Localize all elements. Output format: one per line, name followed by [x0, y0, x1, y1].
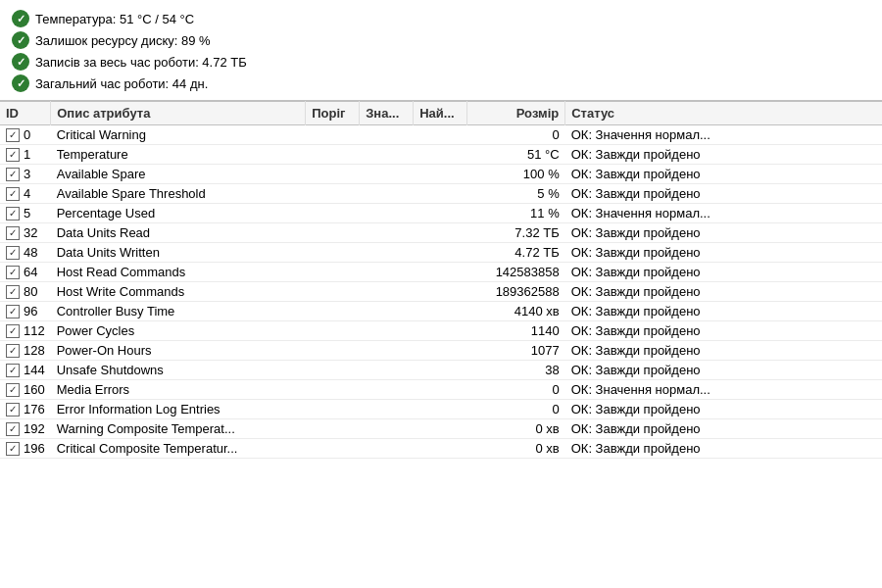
table-row[interactable]: 0Critical Warning0ОК: Значення нормал... — [0, 125, 882, 145]
table-row[interactable]: 32Data Units Read7.32 ТБОК: Завжди пройд… — [0, 223, 882, 243]
cell-status: ОК: Завжди пройдено — [565, 419, 882, 439]
cell-name: Warning Composite Temperat... — [51, 419, 306, 439]
row-checkbox[interactable] — [6, 442, 20, 456]
table-row[interactable]: 112Power Cycles1140ОК: Завжди пройдено — [0, 321, 882, 341]
table-header-row: ID Опис атрибута Поріг Зна... Най... Роз… — [0, 102, 882, 125]
table-row[interactable]: 1Temperature51 °CОК: Завжди пройдено — [0, 145, 882, 165]
table-row[interactable]: 96Controller Busy Time4140 хвОК: Завжди … — [0, 302, 882, 321]
row-id-value: 144 — [24, 363, 45, 377]
row-id-value: 128 — [24, 343, 45, 358]
cell-nai — [414, 145, 467, 165]
row-checkbox[interactable] — [6, 324, 20, 338]
status-item: Загальний час роботи: 44 дн. — [12, 73, 870, 94]
row-checkbox[interactable] — [6, 305, 20, 318]
cell-id: 112 — [0, 321, 51, 341]
row-checkbox[interactable] — [6, 148, 20, 162]
row-checkbox[interactable] — [6, 187, 20, 201]
row-id-value: 160 — [24, 382, 45, 397]
cell-por — [306, 321, 360, 341]
cell-status: ОК: Значення нормал... — [565, 125, 882, 145]
row-id-value: 192 — [24, 421, 45, 436]
table-row[interactable]: 3Available Spare100 %ОК: Завжди пройдено — [0, 165, 882, 184]
cell-zna — [360, 380, 414, 400]
cell-id: 196 — [0, 439, 51, 459]
check-icon — [12, 31, 29, 49]
row-checkbox[interactable] — [6, 403, 20, 416]
cell-por — [306, 380, 360, 400]
cell-por — [306, 223, 360, 243]
cell-status: ОК: Значення нормал... — [565, 380, 882, 400]
row-checkbox[interactable] — [6, 226, 20, 240]
cell-name: Data Units Written — [51, 243, 306, 263]
status-label: Загальний час роботи: 44 дн. — [35, 76, 208, 91]
cell-zna — [360, 419, 414, 439]
cell-por — [306, 282, 360, 302]
row-id-value: 4 — [24, 186, 30, 201]
cell-nai — [414, 302, 467, 321]
cell-name: Available Spare — [51, 165, 306, 184]
cell-status: ОК: Завжди пройдено — [565, 243, 882, 263]
cell-nai — [414, 184, 467, 204]
cell-nai — [414, 263, 467, 282]
cell-name: Data Units Read — [51, 223, 306, 243]
cell-name: Power-On Hours — [51, 341, 306, 361]
cell-nai — [414, 439, 467, 459]
cell-nai — [414, 380, 467, 400]
cell-id: 96 — [0, 302, 51, 321]
cell-id: 5 — [0, 204, 51, 223]
main-container: Температура: 51 °C / 54 °CЗалишок ресурс… — [0, 0, 882, 588]
cell-por — [306, 419, 360, 439]
table-row[interactable]: 192Warning Composite Temperat...0 хвОК: … — [0, 419, 882, 439]
row-checkbox[interactable] — [6, 128, 20, 142]
row-checkbox[interactable] — [6, 168, 20, 181]
cell-id: 4 — [0, 184, 51, 204]
header-rozmir: Розмір — [467, 102, 565, 125]
cell-zna — [360, 361, 414, 380]
table-row[interactable]: 5Percentage Used11 %ОК: Значення нормал.… — [0, 204, 882, 223]
cell-id: 48 — [0, 243, 51, 263]
cell-id: 3 — [0, 165, 51, 184]
cell-rozmir: 0 хв — [467, 419, 565, 439]
row-checkbox[interactable] — [6, 266, 20, 279]
attributes-table: ID Опис атрибута Поріг Зна... Най... Роз… — [0, 101, 882, 459]
row-id-value: 1 — [24, 147, 30, 162]
row-checkbox[interactable] — [6, 246, 20, 260]
row-checkbox[interactable] — [6, 285, 20, 299]
cell-nai — [414, 243, 467, 263]
table-row[interactable]: 64Host Read Commands142583858ОК: Завжди … — [0, 263, 882, 282]
cell-zna — [360, 243, 414, 263]
cell-por — [306, 184, 360, 204]
table-row[interactable]: 160Media Errors0ОК: Значення нормал... — [0, 380, 882, 400]
header-por: Поріг — [306, 102, 360, 125]
table-row[interactable]: 80Host Write Commands189362588ОК: Завжди… — [0, 282, 882, 302]
table-body: 0Critical Warning0ОК: Значення нормал...… — [0, 125, 882, 459]
cell-nai — [414, 125, 467, 145]
cell-name: Power Cycles — [51, 321, 306, 341]
row-id-value: 48 — [24, 245, 37, 260]
cell-rozmir: 0 — [467, 400, 565, 419]
cell-id: 176 — [0, 400, 51, 419]
cell-status: ОК: Завжди пройдено — [565, 263, 882, 282]
cell-rozmir: 142583858 — [467, 263, 565, 282]
row-checkbox[interactable] — [6, 344, 20, 358]
table-row[interactable]: 196Critical Composite Temperatur...0 хвО… — [0, 439, 882, 459]
table-row[interactable]: 176Error Information Log Entries0ОК: Зав… — [0, 400, 882, 419]
row-id-value: 196 — [24, 441, 45, 456]
table-row[interactable]: 128Power-On Hours1077ОК: Завжди пройдено — [0, 341, 882, 361]
cell-nai — [414, 419, 467, 439]
table-row[interactable]: 144Unsafe Shutdowns38ОК: Завжди пройдено — [0, 361, 882, 380]
row-checkbox[interactable] — [6, 207, 20, 220]
row-checkbox[interactable] — [6, 422, 20, 436]
cell-rozmir: 51 °C — [467, 145, 565, 165]
cell-zna — [360, 321, 414, 341]
cell-name: Media Errors — [51, 380, 306, 400]
row-checkbox[interactable] — [6, 383, 20, 397]
cell-zna — [360, 184, 414, 204]
cell-por — [306, 302, 360, 321]
status-item: Залишок ресурсу диску: 89 % — [12, 29, 870, 51]
row-checkbox[interactable] — [6, 364, 20, 377]
table-row[interactable]: 4Available Spare Threshold5 %ОК: Завжди … — [0, 184, 882, 204]
table-row[interactable]: 48Data Units Written4.72 ТБОК: Завжди пр… — [0, 243, 882, 263]
cell-rozmir: 38 — [467, 361, 565, 380]
cell-por — [306, 165, 360, 184]
